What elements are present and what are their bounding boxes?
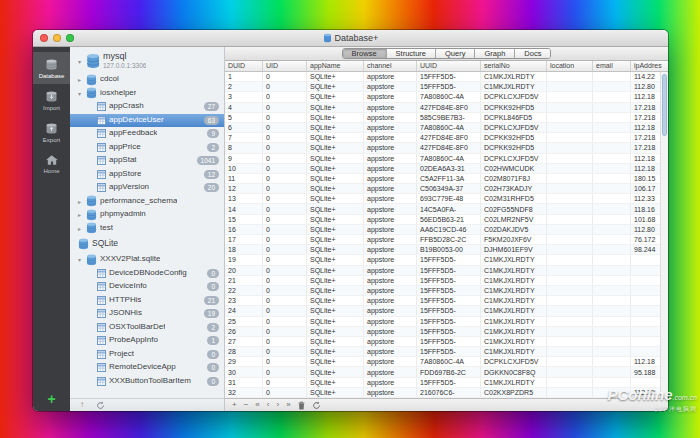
add-connection-button[interactable]: +	[33, 390, 70, 411]
rail-item-import[interactable]: Import	[33, 84, 70, 116]
table-row[interactable]: 32 0 SQLite+ appstore 216076C6- C02KX8PZ…	[225, 388, 668, 398]
disclosure-triangle-icon[interactable]: ▸	[78, 198, 86, 205]
table-row[interactable]: 11 0 SQLite+ appstore C5A2FF11-3A C02M80…	[225, 174, 668, 184]
tree-item[interactable]: Project 0	[70, 348, 224, 362]
tree-item[interactable]: ▸ performance_schema	[70, 195, 224, 209]
tree-item[interactable]: OSXToolBarDef 2	[70, 321, 224, 335]
scrollbar-thumb[interactable]	[662, 74, 667, 136]
tree-item[interactable]: XXXButtonToolBarItem 0	[70, 375, 224, 389]
tree-item[interactable]: appFeedback 9	[70, 127, 224, 141]
disclosure-triangle-icon[interactable]: ▾	[78, 256, 86, 263]
tree-item[interactable]: ProbeAppInfo 1	[70, 334, 224, 348]
tree-item[interactable]: DeviceInfo 0	[70, 280, 224, 294]
table-row[interactable]: 5 0 SQLite+ appstore 585C9BE7B3- DCPKL84…	[225, 113, 668, 123]
disclosure-triangle-icon[interactable]: ▾	[78, 58, 86, 65]
table-row[interactable]: 13 0 SQLite+ appstore 693C779E-48 C02M31…	[225, 194, 668, 204]
column-header-email[interactable]: email	[593, 61, 631, 71]
table-row[interactable]: 18 0 SQLite+ appstore B19B0053-00 DJHM60…	[225, 245, 668, 255]
disclosure-triangle-icon[interactable]: ▾	[78, 90, 86, 97]
table-row[interactable]: 26 0 SQLite+ appstore 15FFF5D5- C1MKJXLR…	[225, 327, 668, 337]
tree-item[interactable]: ▸ cdcol	[70, 73, 224, 87]
tree-item[interactable]: HTTPHis 21	[70, 294, 224, 308]
table-row[interactable]: 22 0 SQLite+ appstore 15FFF5D5- C1MKJXLR…	[225, 286, 668, 296]
next-page-button[interactable]: ›	[276, 399, 279, 411]
column-header-ipaddress[interactable]: ipAddres	[631, 61, 668, 71]
column-header-uid[interactable]: UID	[263, 61, 307, 71]
table-row[interactable]: 8 0 SQLite+ appstore 427FD84E-8F0 DCPKK9…	[225, 143, 668, 153]
table-row[interactable]: 16 0 SQLite+ appstore AA6C19CD-46 C02DAK…	[225, 225, 668, 235]
tree-item[interactable]: DeviceDBNodeConfig 0	[70, 267, 224, 281]
close-button[interactable]	[40, 34, 48, 42]
tree-item[interactable]: ▾ iosxhelper	[70, 87, 224, 101]
refresh-button[interactable]	[96, 401, 105, 410]
refresh-icon[interactable]	[312, 401, 321, 410]
last-page-button[interactable]: »	[286, 399, 290, 411]
rail-item-database[interactable]: Database	[33, 52, 70, 84]
table-row[interactable]: 1 0 SQLite+ appstore 15FFF5D5- C1MKJXLRD…	[225, 72, 668, 82]
table-row[interactable]: 2 0 SQLite+ appstore 15FFF5D5- C1MKJXLRD…	[225, 82, 668, 92]
table-row[interactable]: 19 0 SQLite+ appstore 15FFF5D5- C1MKJXLR…	[225, 255, 668, 265]
table-row[interactable]: 28 0 SQLite+ appstore 15FFF5D5- C1MKJXLR…	[225, 347, 668, 357]
table-row[interactable]: 10 0 SQLite+ appstore 02DEA6A3-31 C02HWM…	[225, 164, 668, 174]
upload-button[interactable]: ↑	[80, 399, 84, 411]
column-header-uuid[interactable]: UUID	[417, 61, 481, 71]
table-row[interactable]: 29 0 SQLite+ appstore 7A80860C-4A DCPKLC…	[225, 357, 668, 367]
tree-item[interactable]: appPrice 2	[70, 141, 224, 155]
disclosure-triangle-icon[interactable]: ▸	[78, 211, 86, 218]
rail-item-home[interactable]: Home	[33, 148, 70, 179]
column-header-channel[interactable]: channel	[364, 61, 417, 71]
table-row[interactable]: 6 0 SQLite+ appstore 7A80860C-4A DCPKLCX…	[225, 123, 668, 133]
table-row[interactable]: 31 0 SQLite+ appstore 15FFF5D5- C1MKJXLR…	[225, 378, 668, 388]
table-row[interactable]: 21 0 SQLite+ appstore 15FFF5D5- C1MKJXLR…	[225, 276, 668, 286]
view-tab[interactable]: Docs	[515, 49, 550, 58]
remove-row-button[interactable]: −	[244, 399, 249, 411]
table-row[interactable]: 14 0 SQLite+ appstore 14C5A0FA- C02FG55N…	[225, 204, 668, 214]
table-row[interactable]: 23 0 SQLite+ appstore 15FFF5D5- C1MKJXLR…	[225, 296, 668, 306]
table-row[interactable]: 20 0 SQLite+ appstore 15FFF5D5- C1MKJXLR…	[225, 266, 668, 276]
delete-icon[interactable]	[298, 401, 305, 410]
table-row[interactable]: 24 0 SQLite+ appstore 15FFF5D5- C1MKJXLR…	[225, 306, 668, 316]
tree-item[interactable]: ▾ XXXV2Plat.sqlite	[70, 253, 224, 267]
rail-item-export[interactable]: Export	[33, 116, 70, 148]
table-row[interactable]: 17 0 SQLite+ appstore FFB5D28C-2C F5KM20…	[225, 235, 668, 245]
disclosure-triangle-icon[interactable]: ▸	[78, 225, 86, 232]
table-row[interactable]: 25 0 SQLite+ appstore 15FFF5D5- C1MKJXLR…	[225, 317, 668, 327]
table-row[interactable]: 27 0 SQLite+ appstore 15FFF5D5- C1MKJXLR…	[225, 337, 668, 347]
disclosure-triangle-icon[interactable]: ▸	[78, 76, 86, 83]
table-row[interactable]: 12 0 SQLite+ appstore C506349A-37 C02H73…	[225, 184, 668, 194]
tree-item[interactable]: appDeviceUser 63	[70, 114, 224, 128]
tree-item[interactable]: ▸ test	[70, 222, 224, 236]
cell-serialno: C1MKJXLRDTY	[481, 378, 547, 387]
view-tab[interactable]: Structure	[387, 49, 436, 58]
view-tab[interactable]: Browse	[343, 49, 387, 58]
column-header-location[interactable]: location	[547, 61, 593, 71]
minimize-button[interactable]	[53, 34, 61, 42]
tree-item[interactable]: RemoteDeviceApp 0	[70, 361, 224, 375]
tree-item[interactable]: JSONHis 19	[70, 307, 224, 321]
vertical-scrollbar[interactable]	[660, 72, 668, 398]
tree-item[interactable]: appVersion 20	[70, 181, 224, 195]
tree-item[interactable]: ▾ mysql127.0.0.1:3306	[70, 49, 224, 73]
column-header-duid[interactable]: DUID	[225, 61, 263, 71]
tree-item[interactable]: appStat 1041	[70, 154, 224, 168]
table-row[interactable]: 15 0 SQLite+ appstore 56ED5B63-21 C02LMR…	[225, 215, 668, 225]
title-bar[interactable]: Database+	[33, 30, 668, 47]
table-row[interactable]: 7 0 SQLite+ appstore 427FD84E-8F0 DCPKK9…	[225, 133, 668, 143]
table-row[interactable]: 30 0 SQLite+ appstore FDD697B6-2C DGKKN0…	[225, 367, 668, 377]
table-row[interactable]: 4 0 SQLite+ appstore 427FD84E-8F0 DCPKK9…	[225, 103, 668, 113]
column-header-serialno[interactable]: serialNo	[481, 61, 547, 71]
tree-item[interactable]: ▸ phpmyadmin	[70, 208, 224, 222]
tree-item[interactable]: SQLite	[70, 235, 224, 253]
prev-page-button[interactable]: ‹	[267, 399, 270, 411]
view-tab[interactable]: Query	[436, 49, 475, 58]
cell-uid: 0	[263, 276, 307, 285]
tree-item[interactable]: appCrash 27	[70, 100, 224, 114]
add-row-button[interactable]: +	[232, 399, 237, 411]
tree-item[interactable]: appStore 12	[70, 168, 224, 182]
view-tab[interactable]: Graph	[475, 49, 515, 58]
table-row[interactable]: 3 0 SQLite+ appstore 7A80860C-4A DCPKLCX…	[225, 92, 668, 102]
first-page-button[interactable]: «	[255, 399, 259, 411]
table-row[interactable]: 9 0 SQLite+ appstore 7A80860C-4A DCPKLCX…	[225, 154, 668, 164]
zoom-button[interactable]	[66, 34, 74, 42]
column-header-appname[interactable]: appName	[307, 61, 364, 71]
